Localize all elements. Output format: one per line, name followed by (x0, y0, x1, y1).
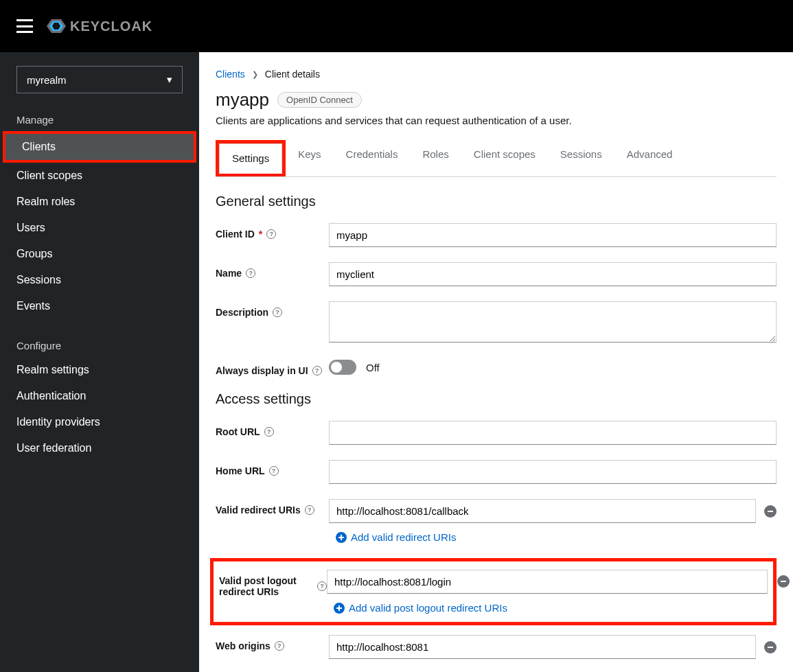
help-icon[interactable]: ? (273, 308, 282, 317)
valid-redirect-label: Valid redirect URIs (216, 505, 301, 515)
home-url-label: Home URL (216, 465, 265, 476)
field-always-display: Always display in UI ? Off (216, 360, 777, 376)
page-title: myapp (216, 89, 269, 111)
sidebar-item-authentication[interactable]: Authentication (0, 383, 199, 409)
field-root-url: Root URL ? (216, 421, 777, 445)
tab-client-scopes[interactable]: Client scopes (461, 140, 548, 176)
caret-down-icon: ▾ (167, 73, 172, 86)
chevron-right-icon: ❯ (252, 70, 258, 79)
name-input[interactable] (329, 262, 777, 286)
sidebar: myrealm ▾ Manage Clients Client scopes R… (0, 52, 199, 672)
sidebar-item-groups[interactable]: Groups (0, 241, 199, 267)
sidebar-item-sessions[interactable]: Sessions (0, 267, 199, 293)
help-icon[interactable]: ? (317, 581, 327, 591)
field-web-origins: Web origins ? (216, 635, 777, 662)
home-url-input[interactable] (329, 460, 777, 484)
help-icon[interactable]: ? (264, 427, 274, 437)
highlight-clients: Clients (3, 131, 196, 163)
help-icon[interactable]: ? (266, 229, 276, 239)
field-valid-redirect-uris: Valid redirect URIs ? Add valid redirect… (216, 499, 777, 543)
toggle-state-label: Off (366, 362, 380, 373)
add-redirect-text: Add valid redirect URIs (351, 531, 456, 543)
sidebar-section-configure: Configure (0, 333, 199, 357)
hamburger-icon[interactable] (16, 19, 33, 33)
tab-credentials[interactable]: Credentials (334, 140, 411, 176)
field-home-url: Home URL ? (216, 460, 777, 484)
sidebar-item-realm-roles[interactable]: Realm roles (0, 189, 199, 215)
description-input[interactable] (329, 301, 777, 343)
realm-selector[interactable]: myrealm ▾ (16, 66, 183, 93)
tab-keys[interactable]: Keys (286, 140, 333, 176)
help-icon[interactable]: ? (246, 268, 255, 278)
help-icon[interactable]: ? (269, 466, 279, 476)
web-origins-label: Web origins (216, 640, 271, 651)
page-description: Clients are applications and services th… (216, 115, 777, 126)
add-redirect-uri-button[interactable]: Add valid redirect URIs (329, 526, 777, 543)
plus-circle-icon (336, 532, 347, 543)
sidebar-item-user-federation[interactable]: User federation (0, 435, 199, 461)
section-general-settings: General settings (216, 194, 777, 209)
field-valid-post-logout-redirect-uris: Valid post logout redirect URIs ? Add va… (219, 570, 768, 614)
tab-settings[interactable]: Settings (219, 143, 282, 174)
web-origins-input[interactable] (329, 635, 756, 659)
add-post-logout-uri-button[interactable]: Add valid post logout redirect URIs (327, 596, 768, 614)
breadcrumb-current: Client details (265, 69, 320, 80)
field-description: Description ? (216, 301, 777, 345)
remove-uri-button[interactable] (777, 575, 790, 588)
app-header: KEYCLOAK (0, 0, 793, 52)
help-icon[interactable]: ? (275, 641, 284, 651)
sidebar-item-client-scopes[interactable]: Client scopes (0, 163, 199, 189)
required-star: * (259, 229, 262, 240)
valid-post-logout-input[interactable] (327, 570, 768, 594)
tab-roles[interactable]: Roles (410, 140, 461, 176)
description-label: Description (216, 307, 268, 318)
tab-advanced[interactable]: Advanced (614, 140, 685, 176)
breadcrumb-parent[interactable]: Clients (216, 69, 245, 80)
protocol-badge: OpenID Connect (277, 92, 362, 108)
root-url-input[interactable] (329, 421, 777, 445)
name-label: Name (216, 268, 242, 279)
help-icon[interactable]: ? (305, 505, 314, 515)
remove-uri-button[interactable] (764, 505, 777, 518)
remove-uri-button[interactable] (764, 641, 777, 653)
field-client-id: Client ID * ? (216, 223, 777, 247)
breadcrumb: Clients ❯ Client details (216, 69, 777, 80)
realm-name: myrealm (27, 74, 67, 86)
client-id-input[interactable] (329, 223, 777, 247)
field-name: Name ? (216, 262, 777, 286)
client-id-label: Client ID (216, 229, 255, 240)
always-display-toggle[interactable] (329, 360, 356, 375)
section-access-settings: Access settings (216, 391, 777, 407)
page-title-row: myapp OpenID Connect (216, 89, 777, 111)
sidebar-item-users[interactable]: Users (0, 215, 199, 241)
help-icon[interactable]: ? (312, 366, 322, 375)
sidebar-item-clients[interactable]: Clients (5, 134, 194, 160)
sidebar-item-realm-settings[interactable]: Realm settings (0, 357, 199, 383)
sidebar-item-events[interactable]: Events (0, 293, 199, 319)
root-url-label: Root URL (216, 426, 260, 437)
add-post-logout-text: Add valid post logout redirect URIs (349, 602, 507, 614)
valid-redirect-input[interactable] (329, 499, 756, 523)
plus-circle-icon (334, 603, 345, 614)
keycloak-logo-icon (47, 16, 66, 36)
valid-post-logout-label: Valid post logout redirect URIs (219, 575, 313, 597)
highlight-post-logout-field: Valid post logout redirect URIs ? Add va… (210, 558, 777, 625)
always-display-label: Always display in UI (216, 365, 308, 376)
logo[interactable]: KEYCLOAK (47, 16, 152, 36)
tabs: Settings Keys Credentials Roles Client s… (216, 140, 777, 177)
sidebar-item-identity-providers[interactable]: Identity providers (0, 409, 199, 435)
main-content: Clients ❯ Client details myapp OpenID Co… (199, 52, 793, 672)
highlight-settings-tab: Settings (216, 140, 286, 176)
logo-text: KEYCLOAK (70, 19, 152, 34)
tab-sessions[interactable]: Sessions (548, 140, 614, 176)
sidebar-section-manage: Manage (0, 107, 199, 131)
